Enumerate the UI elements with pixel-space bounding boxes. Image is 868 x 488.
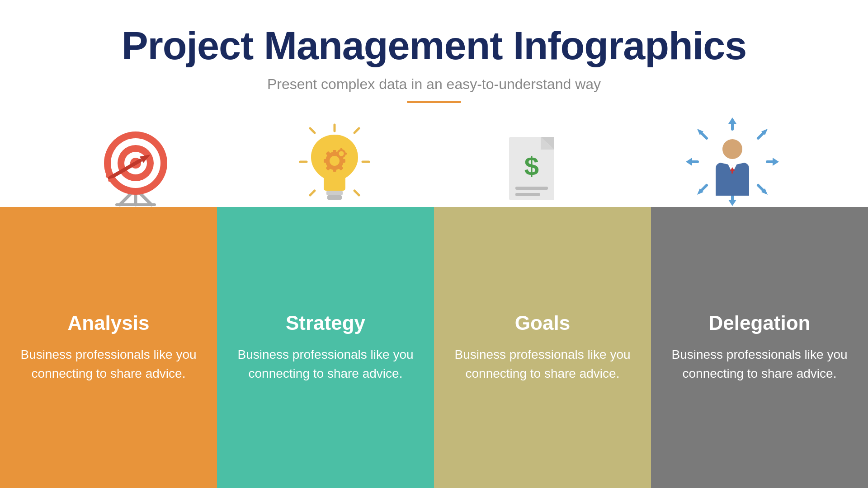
strategy-title: Strategy <box>286 312 365 334</box>
svg-text:$: $ <box>524 151 538 181</box>
svg-marker-48 <box>728 200 736 206</box>
icons-row: $ <box>0 103 868 207</box>
svg-rect-35 <box>340 148 342 150</box>
svg-rect-22 <box>327 195 342 200</box>
svg-rect-37 <box>345 153 347 155</box>
page-container: Project Management Infographics Present … <box>0 0 868 488</box>
svg-marker-46 <box>728 117 736 124</box>
delegation-icon-container <box>633 117 832 207</box>
svg-point-24 <box>330 156 340 166</box>
page-subtitle: Present complex data in an easy-to-under… <box>0 76 868 93</box>
page-title: Project Management Infographics <box>0 23 868 69</box>
analysis-title: Analysis <box>68 312 150 334</box>
svg-rect-38 <box>336 153 338 155</box>
svg-rect-44 <box>515 193 540 196</box>
svg-point-61 <box>722 139 742 159</box>
goals-title: Goals <box>515 312 570 334</box>
bottom-panels: Analysis Business professionals like you… <box>0 207 868 488</box>
svg-rect-26 <box>333 168 336 172</box>
svg-rect-25 <box>333 150 336 154</box>
strategy-icon-container <box>235 117 434 207</box>
svg-rect-28 <box>324 159 328 163</box>
header-section: Project Management Infographics Present … <box>0 0 868 103</box>
svg-line-20 <box>354 191 359 195</box>
dollar-document-icon: $ <box>501 123 566 207</box>
lightbulb-icon <box>298 121 371 207</box>
analysis-icon-container <box>36 117 235 207</box>
svg-rect-63 <box>731 170 733 174</box>
svg-rect-43 <box>515 187 548 190</box>
svg-line-17 <box>310 128 315 133</box>
strategy-desc: Business professionals like you connecti… <box>235 345 416 383</box>
strategy-panel: Strategy Business professionals like you… <box>217 207 434 488</box>
delegation-panel: Delegation Business professionals like y… <box>651 207 868 488</box>
svg-line-18 <box>354 128 359 133</box>
svg-rect-21 <box>326 191 343 195</box>
svg-point-34 <box>339 151 344 156</box>
delegation-title: Delegation <box>709 312 811 334</box>
goals-panel: Goals Business professionals like you co… <box>434 207 651 488</box>
target-icon <box>99 128 172 207</box>
analysis-desc: Business professionals like you connecti… <box>18 345 199 383</box>
goals-desc: Business professionals like you connecti… <box>452 345 633 383</box>
svg-rect-36 <box>340 157 342 159</box>
goals-icon-container: $ <box>434 117 633 207</box>
delegation-person-icon <box>685 117 780 207</box>
analysis-panel: Analysis Business professionals like you… <box>0 207 217 488</box>
svg-marker-50 <box>686 158 692 166</box>
delegation-desc: Business professionals like you connecti… <box>669 345 850 383</box>
svg-marker-52 <box>773 158 779 166</box>
svg-rect-27 <box>341 159 345 163</box>
svg-line-19 <box>310 191 315 195</box>
